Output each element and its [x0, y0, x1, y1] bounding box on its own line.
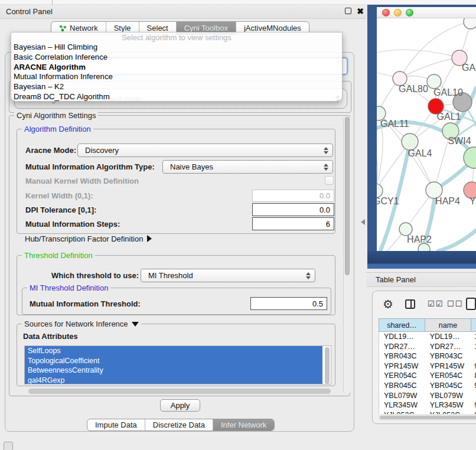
table-cell: YER054C	[425, 371, 471, 381]
top-divider-tick	[52, 0, 53, 5]
control-panel-title: Control Panel	[6, 7, 53, 16]
mi-type-value: Naive Bayes	[170, 162, 213, 171]
table-row[interactable]: YBL079WYBL079W	[379, 391, 476, 401]
which-threshold-value: MI Threshold	[148, 271, 193, 280]
table-cell: YBR043C	[425, 351, 471, 361]
mac-close-icon[interactable]	[382, 9, 390, 17]
mac-zoom-icon[interactable]	[406, 9, 413, 17]
table-header-row: shared…nameA	[379, 318, 476, 332]
attribute-item[interactable]: TopologicalCoefficient	[25, 356, 322, 366]
table-cell: YDL19…	[425, 332, 471, 342]
bottom-tab-impute-data[interactable]: Impute Data	[87, 419, 145, 431]
algorithm-option[interactable]: Bayesian – Hill Climbing	[11, 43, 342, 53]
algorithm-option[interactable]: Dream8 DC_TDC Algorithm	[11, 92, 342, 102]
collapsed-panel-button[interactable]	[4, 442, 13, 450]
table-row[interactable]: YDL19…YDL19…13	[379, 332, 476, 342]
table-cell: YJL052C	[425, 410, 471, 414]
network-window-titlebar[interactable]	[377, 7, 476, 18]
tab-label: Impute Data	[95, 420, 137, 429]
dpi-tolerance-input[interactable]: 0.0	[252, 203, 334, 216]
network-node-hap2[interactable]	[399, 223, 412, 236]
network-node-label: SWI4	[448, 136, 471, 146]
column-header[interactable]: A	[471, 318, 476, 332]
control-panel-titlebar: Control Panel	[0, 5, 366, 19]
tab-label: jActiveMNodules	[244, 24, 301, 32]
form-icon[interactable]	[466, 298, 476, 310]
mac-minimize-icon[interactable]	[394, 9, 402, 17]
attribute-item[interactable]: SelfLoops	[25, 346, 322, 356]
bottom-tab-discretize-data[interactable]: Discretize Data	[145, 419, 213, 431]
kernel-width-input[interactable]: 0.0	[252, 190, 334, 202]
table-cell: YDR27…	[425, 342, 471, 352]
column-header[interactable]: shared…	[379, 318, 425, 332]
data-attributes-list: SelfLoopsTopologicalCoefficientBetweenne…	[24, 345, 331, 384]
threshold-definition-title: Threshold Definition	[22, 251, 95, 260]
control-panel-body: galFiltered.sif default node Cyni Algori…	[5, 52, 354, 432]
network-node-gal4[interactable]	[402, 133, 418, 150]
tab-label: Style	[114, 24, 131, 32]
table-row[interactable]: YBR043CYBR043C	[379, 351, 476, 361]
network-node[interactable]	[464, 18, 476, 29]
settings-horizontal-scrollbar[interactable]	[28, 389, 331, 394]
close-icon[interactable]: ✖	[356, 5, 365, 16]
network-canvas[interactable]: GALGAL80GAL10GAL1GAL11SWI4GAL4GCY1HAP4YH…	[377, 18, 476, 251]
table-body: YDL19…YDL19…13YDR27…YDR27…12YBR043CYBR04…	[379, 332, 476, 414]
network-node-label: HAP2	[407, 234, 432, 244]
table-cell: 12	[471, 342, 476, 352]
combo-arrows-icon	[324, 147, 328, 154]
which-threshold-combo[interactable]: MI Threshold	[141, 269, 315, 282]
table-panel-title: Table Panel	[376, 275, 416, 284]
float-window-icon[interactable]	[345, 8, 351, 14]
algorithm-definition-title: Algorithm Definition	[22, 125, 93, 133]
mi-steps-input[interactable]: 6	[252, 217, 334, 230]
attribute-item[interactable]: BetweennessCentrality	[25, 366, 322, 376]
table-row[interactable]: YBR045CYBR045C9.	[379, 381, 476, 391]
data-attributes-label: Data Attributes	[23, 331, 78, 341]
table-row[interactable]: YJL052CYJL052C9	[379, 410, 476, 414]
column-header[interactable]: name	[425, 318, 471, 332]
algorithm-option[interactable]: Mutual Information Inference	[11, 72, 342, 82]
aracne-mode-combo[interactable]: Discovery	[77, 144, 333, 157]
network-node-label: GAL80	[399, 84, 428, 94]
table-panel-titlebar: Table Panel	[366, 272, 476, 287]
bottom-tab-bar: Impute DataDiscretize DataInfer Network	[87, 419, 275, 431]
aracne-mode-label: Aracne Mode:	[25, 144, 76, 157]
bottom-tab-infer-network[interactable]: Infer Network	[213, 419, 274, 431]
apply-button[interactable]: Apply	[160, 399, 200, 412]
algorithm-option[interactable]: Basic Correlation Inference	[11, 53, 342, 63]
select-all-icon[interactable]: ☑☑	[428, 299, 444, 308]
table-horizontal-scrollbar-thumb[interactable]	[380, 416, 476, 419]
network-node-label: HAP4	[435, 196, 460, 206]
table-cell: 9.	[471, 361, 476, 371]
table-cell: 9.	[471, 400, 476, 410]
expand-right-icon	[147, 235, 152, 242]
deselect-all-icon[interactable]: ☐☐	[447, 299, 463, 308]
table-row[interactable]: YPR145WYPR145W9.	[379, 361, 476, 371]
attribute-item[interactable]: gal4RGexp	[25, 376, 322, 385]
tab-label: Network	[70, 24, 98, 32]
algorithm-option[interactable]: Bayesian – K2	[11, 82, 342, 92]
threshold-definition-group: Threshold Definition Which threshold to …	[17, 255, 335, 315]
sources-group-title: Sources for Network Inference	[22, 319, 141, 328]
algorithm-option[interactable]: ARACNE Algorithm	[11, 63, 342, 73]
settings-vertical-scrollbar-thumb[interactable]	[345, 117, 350, 275]
panel-divider-collapse-icon[interactable]	[361, 219, 365, 225]
list-scrollbar-thumb[interactable]	[325, 347, 330, 384]
table-cell: YBR045C	[425, 381, 471, 391]
network-node-label: GAL10	[433, 87, 463, 97]
mi-threshold-input[interactable]: 0.5	[250, 297, 327, 310]
network-node-label: GAL11	[380, 119, 409, 129]
table-row[interactable]: YDR27…YDR27…12	[379, 342, 476, 352]
hub-tf-definition-toggle[interactable]: Hub/Transcription Factor Definition	[25, 233, 152, 244]
sources-title-text: Sources for Network Inference	[24, 319, 128, 328]
mi-type-combo[interactable]: Naive Bayes	[162, 160, 333, 174]
table-row[interactable]: YLR345WYLR345W9.	[379, 400, 476, 410]
split-columns-icon[interactable]	[405, 299, 415, 309]
table-row[interactable]: YER054CYER054C8.	[379, 371, 476, 381]
gear-icon[interactable]: ⚙	[383, 297, 393, 311]
network-node-gal10[interactable]	[427, 74, 441, 89]
table-cell: YPR145W	[379, 361, 425, 371]
mi-type-label: Mutual Information Algorithm Type:	[25, 160, 155, 174]
manual-kernel-checkbox[interactable]	[325, 176, 334, 185]
table-cell: YDR27…	[379, 342, 425, 352]
